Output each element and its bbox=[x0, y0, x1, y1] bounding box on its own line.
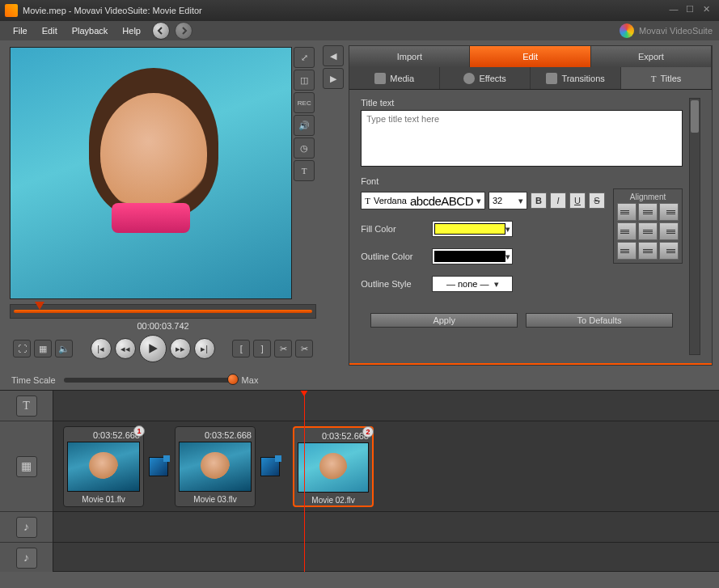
text-tool-icon[interactable]: T bbox=[294, 160, 315, 181]
align-mid-right[interactable] bbox=[659, 222, 679, 240]
subtab-titles[interactable]: TTitles bbox=[621, 67, 712, 89]
underline-button[interactable]: U bbox=[569, 192, 586, 209]
bold-button[interactable]: B bbox=[531, 192, 547, 209]
clip-movie-01[interactable]: 0:03:52.6681 Movie 01.flv bbox=[63, 426, 144, 507]
menu-file[interactable]: File bbox=[6, 23, 34, 38]
audio-track-icon: ♪ bbox=[16, 548, 37, 569]
goto-start-button[interactable]: |◂ bbox=[91, 338, 112, 359]
brand-logo-icon bbox=[620, 23, 634, 38]
align-mid-center[interactable] bbox=[638, 222, 658, 240]
align-bot-left[interactable] bbox=[617, 242, 637, 260]
record-icon[interactable]: REC bbox=[294, 92, 315, 113]
subtab-transitions[interactable]: Transitions bbox=[531, 67, 621, 89]
fill-color-select[interactable]: ▾ bbox=[432, 221, 513, 237]
sub-tabs: Media Effects Transitions TTitles bbox=[349, 67, 712, 90]
tab-edit[interactable]: Edit bbox=[470, 46, 590, 67]
outline-color-label: Outline Color bbox=[361, 252, 425, 261]
clip-thumbnail bbox=[67, 442, 140, 492]
edit-panel: Import Edit Export Media Effects Transit… bbox=[349, 45, 713, 366]
preview-scrubber[interactable] bbox=[10, 304, 316, 319]
subtab-effects[interactable]: Effects bbox=[440, 67, 531, 89]
transition-node[interactable] bbox=[149, 457, 168, 476]
maximize-button[interactable]: ☐ bbox=[682, 4, 698, 17]
time-scale-slider[interactable] bbox=[64, 378, 234, 383]
align-top-center[interactable] bbox=[638, 203, 658, 221]
panel-scrollbar[interactable] bbox=[689, 98, 700, 355]
outline-style-select[interactable]: — none —▾ bbox=[432, 276, 513, 292]
track-area[interactable]: 0:03:52.6681 Movie 01.flv 0:03:52.668 Mo… bbox=[53, 391, 719, 572]
tab-import[interactable]: Import bbox=[349, 46, 470, 67]
track-head-title[interactable]: T bbox=[0, 391, 53, 421]
strike-button[interactable]: S bbox=[589, 192, 605, 209]
fit-icon[interactable]: ⛶ bbox=[13, 340, 31, 357]
playhead[interactable] bbox=[304, 391, 305, 572]
play-button[interactable] bbox=[139, 335, 167, 362]
safezone-icon[interactable]: ▦ bbox=[34, 340, 52, 357]
align-top-right[interactable] bbox=[659, 203, 679, 221]
brand-text: Movavi VideoSuite bbox=[639, 26, 713, 36]
window-title: Movie.mep - Movavi VideoSuite: Movie Edi… bbox=[23, 6, 666, 15]
alignment-label: Alignment bbox=[617, 192, 679, 201]
title-text-input[interactable] bbox=[361, 110, 683, 167]
crop-icon[interactable]: ◫ bbox=[294, 70, 315, 91]
defaults-button[interactable]: To Defaults bbox=[526, 313, 673, 328]
subtab-media[interactable]: Media bbox=[349, 67, 440, 89]
clip-thumbnail bbox=[298, 442, 369, 493]
clip-badge: 2 bbox=[362, 426, 374, 438]
menubar: File Edit Playback Help Movavi VideoSuit… bbox=[0, 21, 719, 40]
clip-movie-03[interactable]: 0:03:52.668 Movie 03.flv bbox=[175, 426, 256, 507]
undo-button[interactable] bbox=[152, 22, 170, 40]
mark-out-icon[interactable]: ] bbox=[253, 340, 271, 357]
slider-knob[interactable] bbox=[227, 374, 239, 385]
redo-button[interactable] bbox=[175, 22, 192, 40]
menu-help[interactable]: Help bbox=[116, 23, 147, 38]
menu-playback[interactable]: Playback bbox=[66, 23, 115, 38]
video-track-icon: ▦ bbox=[16, 456, 37, 477]
tab-export[interactable]: Export bbox=[591, 46, 712, 67]
app-icon bbox=[5, 4, 18, 17]
collapse-right-icon[interactable]: ▶ bbox=[323, 68, 344, 89]
align-mid-left[interactable] bbox=[617, 222, 637, 240]
font-size-select[interactable]: 32▾ bbox=[488, 192, 527, 209]
track-head-video[interactable]: ▦ bbox=[0, 421, 53, 512]
mute-icon[interactable]: 🔈 bbox=[55, 340, 73, 357]
volume-icon[interactable]: 🔊 bbox=[294, 115, 315, 136]
alignment-group: Alignment bbox=[613, 188, 683, 264]
transitions-icon bbox=[546, 73, 557, 84]
fullscreen-icon[interactable]: ⤢ bbox=[294, 47, 315, 68]
outline-color-swatch bbox=[434, 251, 505, 262]
mark-in-icon[interactable]: [ bbox=[232, 340, 250, 357]
time-scale-max: Max bbox=[242, 375, 259, 385]
transition-node[interactable] bbox=[260, 457, 280, 476]
minimize-button[interactable]: — bbox=[666, 4, 682, 17]
goto-end-button[interactable]: ▸| bbox=[194, 338, 215, 359]
clock-icon[interactable]: ◷ bbox=[294, 137, 315, 159]
font-label: Font bbox=[361, 176, 683, 186]
apply-button[interactable]: Apply bbox=[370, 313, 518, 328]
scrubber-handle[interactable] bbox=[35, 302, 44, 310]
preview-video[interactable] bbox=[10, 47, 292, 299]
close-button[interactable]: ✕ bbox=[698, 4, 714, 17]
clip-name: Movie 03.flv bbox=[179, 495, 252, 504]
split-icon[interactable]: ✂ bbox=[274, 340, 292, 357]
forward-button[interactable]: ▸▸ bbox=[170, 338, 191, 359]
menu-edit[interactable]: Edit bbox=[36, 23, 64, 38]
chevron-down-icon: ▾ bbox=[518, 196, 523, 206]
outline-color-select[interactable]: ▾ bbox=[432, 248, 513, 264]
track-head-audio1[interactable]: ♪ bbox=[0, 512, 53, 543]
media-icon bbox=[374, 73, 386, 84]
align-bot-center[interactable] bbox=[638, 242, 658, 260]
clip-movie-02[interactable]: 0:03:52.6682 Movie 02.flv bbox=[293, 426, 374, 507]
italic-button[interactable]: I bbox=[550, 192, 566, 209]
clip-thumbnail bbox=[179, 442, 252, 492]
font-select[interactable]: T Verdana abcdeABCD ▾ bbox=[361, 192, 485, 209]
cut-icon[interactable]: ✂ bbox=[295, 340, 313, 357]
scrollbar-thumb[interactable] bbox=[691, 100, 699, 133]
align-bot-right[interactable] bbox=[659, 242, 679, 260]
rewind-button[interactable]: ◂◂ bbox=[115, 338, 136, 359]
audio-track-icon: ♪ bbox=[16, 517, 37, 538]
track-head-audio2[interactable]: ♪ bbox=[0, 543, 53, 573]
titles-form: Title text Font T Verdana abcdeABCD ▾ bbox=[361, 98, 683, 355]
collapse-left-icon[interactable]: ◀ bbox=[323, 45, 344, 66]
align-top-left[interactable] bbox=[617, 203, 637, 221]
